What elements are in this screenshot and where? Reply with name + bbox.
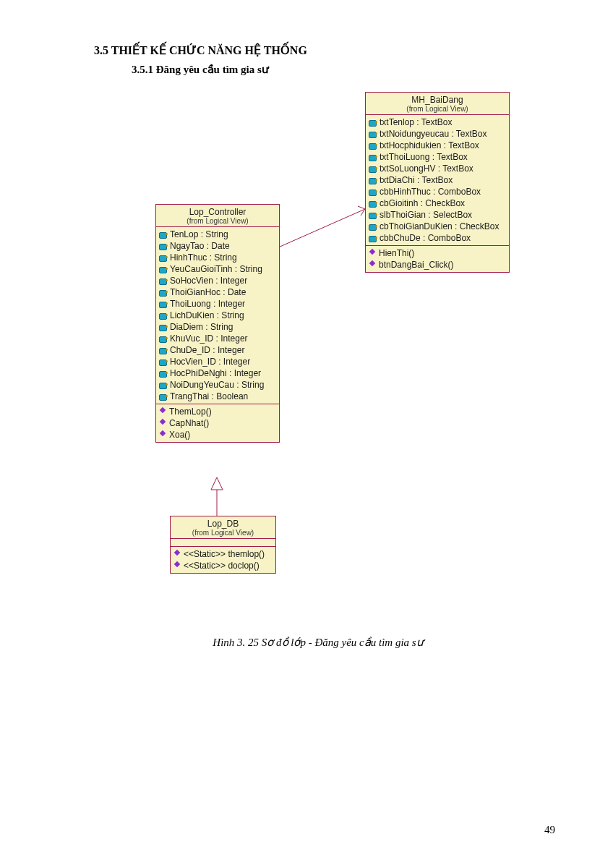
attribute-icon bbox=[159, 231, 167, 238]
figure-caption: Hình 3. 25 Sơ đồ lớp - Đăng yêu cầu tìm … bbox=[87, 636, 549, 649]
attribute-label: HocVien_ID : Integer bbox=[170, 356, 250, 367]
operation-label: ThemLop() bbox=[169, 406, 212, 417]
attribute-icon bbox=[159, 243, 167, 250]
attribute-row: ThoiGianHoc : Date bbox=[159, 286, 276, 298]
operation-icon bbox=[159, 431, 166, 438]
section-heading: 3.5 THIẾT KẾ CHỨC NĂNG HỆ THỐNG bbox=[94, 43, 562, 57]
attribute-label: HinhThuc : String bbox=[170, 252, 237, 263]
attribute-label: LichDuKien : String bbox=[170, 310, 244, 321]
attribute-icon bbox=[159, 359, 167, 365]
operation-row: Xoa() bbox=[159, 429, 276, 441]
attribute-label: txtNoidungyeucau : TextBox bbox=[380, 128, 487, 140]
attribute-icon bbox=[159, 370, 167, 377]
attribute-row: ChuDe_ID : Integer bbox=[159, 344, 276, 356]
class-title: Lop_DB bbox=[175, 519, 271, 529]
attribute-icon bbox=[159, 393, 167, 400]
svg-line-0 bbox=[278, 209, 365, 247]
attribute-icon bbox=[369, 142, 377, 149]
operations-section: HienThi()btnDangBai_Click() bbox=[366, 246, 509, 272]
attribute-label: TenLop : String bbox=[170, 229, 228, 240]
class-subtitle: (from Logical View) bbox=[175, 529, 271, 537]
attribute-label: DiaDiem : String bbox=[170, 321, 233, 333]
attribute-label: NoiDungYeuCau : String bbox=[170, 379, 264, 391]
subsection-heading: 3.5.1 Đăng yêu cầu tìm gia sư bbox=[132, 63, 562, 76]
attribute-row: HocVien_ID : Integer bbox=[159, 356, 276, 367]
attribute-row: txtSoLuongHV : TextBox bbox=[369, 163, 506, 174]
attribute-label: ChuDe_ID : Integer bbox=[170, 344, 244, 356]
operation-icon bbox=[173, 562, 181, 569]
attribute-icon bbox=[159, 312, 167, 319]
operations-section: <<Static>> themlop()<<Static>> doclop() bbox=[171, 547, 275, 573]
operation-label: <<Static>> doclop() bbox=[184, 560, 260, 571]
attribute-icon bbox=[369, 131, 377, 137]
attribute-label: cbThoiGianDuKien : CheckBox bbox=[380, 221, 499, 232]
attribute-row: txtHocphidukien : TextBox bbox=[369, 140, 506, 151]
operation-icon bbox=[369, 261, 376, 268]
attribute-row: HocPhiDeNghi : Integer bbox=[159, 367, 276, 379]
attribute-row: cbbHinhThuc : ComboBox bbox=[369, 186, 506, 197]
attribute-icon bbox=[369, 224, 377, 230]
attribute-icon bbox=[369, 235, 377, 242]
attribute-icon bbox=[159, 336, 167, 342]
attribute-label: txtTenlop : TextBox bbox=[380, 116, 453, 128]
attribute-icon bbox=[369, 212, 377, 218]
attribute-row: cbThoiGianDuKien : CheckBox bbox=[369, 221, 506, 232]
class-lop-controller: Lop_Controller (from Logical View) TenLo… bbox=[155, 204, 280, 443]
attributes-section: txtTenlop : TextBoxtxtNoidungyeucau : Te… bbox=[366, 115, 509, 246]
operation-icon bbox=[369, 250, 376, 257]
attribute-label: ThoiGianHoc : Date bbox=[170, 286, 246, 298]
operation-icon bbox=[173, 550, 181, 558]
attribute-row: NgayTao : Date bbox=[159, 240, 276, 252]
operation-row: CapNhat() bbox=[159, 417, 276, 429]
attribute-label: slbThoiGian : SelectBox bbox=[380, 209, 472, 221]
attribute-icon bbox=[159, 289, 167, 296]
operation-row: btnDangBai_Click() bbox=[369, 259, 506, 271]
class-subtitle: (from Logical View) bbox=[370, 105, 505, 113]
attribute-row: txtDiaChi : TextBox bbox=[369, 174, 506, 186]
operation-label: Xoa() bbox=[169, 429, 190, 441]
page-number: 49 bbox=[544, 824, 555, 836]
class-lop-db: Lop_DB (from Logical View) <<Static>> th… bbox=[170, 516, 276, 574]
attribute-label: txtSoLuongHV : TextBox bbox=[380, 163, 473, 174]
attribute-label: txtHocphidukien : TextBox bbox=[380, 140, 479, 151]
attribute-icon bbox=[369, 200, 377, 207]
attribute-row: DiaDiem : String bbox=[159, 321, 276, 333]
attribute-row: ThoiLuong : Integer bbox=[159, 298, 276, 310]
attribute-row: LichDuKien : String bbox=[159, 310, 276, 321]
attribute-label: TrangThai : Boolean bbox=[170, 391, 248, 402]
attribute-label: txtThoiLuong : TextBox bbox=[380, 151, 468, 163]
attribute-icon bbox=[369, 154, 377, 161]
operation-label: HienThi() bbox=[379, 247, 414, 259]
attribute-icon bbox=[159, 324, 167, 331]
attribute-icon bbox=[159, 382, 167, 388]
operation-icon bbox=[159, 420, 166, 427]
operation-row: ThemLop() bbox=[159, 406, 276, 417]
attribute-row: HinhThuc : String bbox=[159, 252, 276, 263]
attribute-row: cbbChuDe : ComboBox bbox=[369, 232, 506, 244]
attribute-row: YeuCauGioiTinh : String bbox=[159, 263, 276, 275]
operation-row: <<Static>> themlop() bbox=[173, 548, 273, 560]
attribute-icon bbox=[159, 266, 167, 273]
attribute-row: TenLop : String bbox=[159, 229, 276, 240]
class-title: MH_BaiDang bbox=[370, 95, 505, 105]
operation-label: btnDangBai_Click() bbox=[379, 259, 453, 271]
attribute-label: txtDiaChi : TextBox bbox=[380, 174, 453, 186]
operation-row: HienThi() bbox=[369, 247, 506, 259]
attributes-section: TenLop : StringNgayTao : DateHinhThuc : … bbox=[156, 227, 279, 404]
attribute-icon bbox=[369, 189, 377, 195]
attribute-label: cbGioitinh : CheckBox bbox=[380, 197, 465, 209]
attribute-row: NoiDungYeuCau : String bbox=[159, 379, 276, 391]
attribute-label: YeuCauGioiTinh : String bbox=[170, 263, 262, 275]
class-subtitle: (from Logical View) bbox=[160, 217, 275, 225]
attribute-row: cbGioitinh : CheckBox bbox=[369, 197, 506, 209]
attribute-label: HocPhiDeNghi : Integer bbox=[170, 367, 261, 379]
class-diagram: Lop_Controller (from Logical View) TenLo… bbox=[87, 85, 549, 627]
attribute-row: txtNoidungyeucau : TextBox bbox=[369, 128, 506, 140]
attribute-icon bbox=[369, 166, 377, 172]
operation-row: <<Static>> doclop() bbox=[173, 560, 273, 571]
operation-label: <<Static>> themlop() bbox=[184, 548, 265, 560]
attribute-icon bbox=[369, 119, 377, 126]
attribute-row: SoHocVien : Integer bbox=[159, 275, 276, 286]
class-mh-baidang: MH_BaiDang (from Logical View) txtTenlop… bbox=[365, 92, 510, 273]
attribute-label: NgayTao : Date bbox=[170, 240, 230, 252]
